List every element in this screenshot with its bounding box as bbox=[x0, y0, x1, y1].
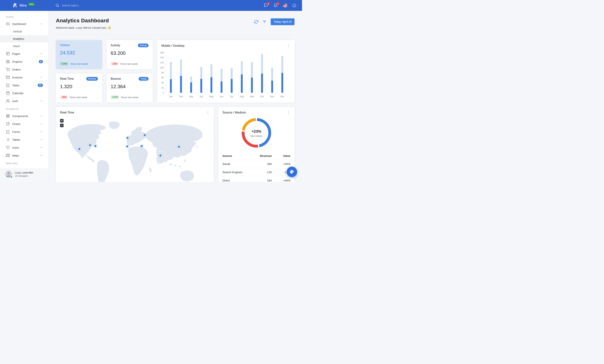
sidebar-subitem-saas[interactable]: SaaS bbox=[0, 42, 48, 50]
sidebar-item-auth[interactable]: Auth bbox=[0, 97, 48, 105]
search-input[interactable] bbox=[62, 4, 107, 7]
sidebar-subitem-analytics[interactable]: Analytics bbox=[0, 35, 48, 42]
chevron-down-icon bbox=[40, 114, 43, 117]
map-marker-spain[interactable] bbox=[125, 144, 129, 149]
chevron-down-icon bbox=[40, 130, 43, 133]
sidebar-item-pages[interactable]: Pages bbox=[0, 50, 48, 58]
filter-icon bbox=[263, 20, 266, 24]
stat-card-title: Bounce bbox=[111, 77, 121, 80]
kebab-icon bbox=[287, 44, 290, 48]
svg-text:May: May bbox=[209, 95, 214, 98]
sidebar-item-invoices[interactable]: Invoices bbox=[0, 73, 48, 81]
map-marker-china[interactable] bbox=[177, 145, 181, 149]
sidebar-item-label: Projects bbox=[12, 60, 22, 63]
stat-period-badge[interactable]: Yearly bbox=[138, 77, 149, 81]
svg-text:Jun: Jun bbox=[220, 95, 223, 98]
map-marker-turkey[interactable] bbox=[139, 144, 144, 148]
stat-footer: -18%Since last week bbox=[60, 95, 98, 99]
header-actions: Today: April 29 bbox=[254, 18, 294, 25]
language-selector[interactable] bbox=[283, 3, 287, 8]
messages-button[interactable]: 3 bbox=[264, 3, 268, 8]
value-cell: +46% bbox=[276, 176, 294, 182]
source-table-header-cell: Source bbox=[218, 152, 252, 160]
sidebar-item-label: Forms bbox=[12, 130, 20, 133]
map-marker-us-midwest[interactable] bbox=[88, 143, 92, 148]
welcome-message: Welcome back, Lucy! We've missed you. 👋 bbox=[56, 26, 111, 29]
brand[interactable]: Mira PRO bbox=[0, 3, 48, 8]
source-cell: Social bbox=[218, 160, 252, 168]
svg-text:160: 160 bbox=[160, 51, 164, 54]
chevron-down-icon bbox=[40, 146, 43, 149]
power-icon bbox=[292, 3, 296, 7]
sidebar-subitem-label: Analytics bbox=[13, 37, 24, 40]
stat-period-badge[interactable]: Annual bbox=[138, 44, 149, 47]
sidebar-item-maps[interactable]: Maps bbox=[0, 151, 48, 159]
svg-text:+23%: +23% bbox=[252, 129, 261, 133]
refresh-button[interactable] bbox=[254, 20, 258, 24]
credit-card-icon bbox=[6, 75, 10, 79]
stat-delta-badge: +27% bbox=[111, 95, 119, 99]
sidebar-item-forms[interactable]: Forms bbox=[0, 128, 48, 136]
mobile-desktop-card: Mobile / Desktop 020406080100120140160Ja… bbox=[157, 40, 294, 102]
sidebar-item-badge: 8 bbox=[39, 60, 43, 63]
logout-button[interactable] bbox=[292, 3, 297, 8]
map-zoom-out-button[interactable]: − bbox=[60, 124, 63, 127]
sidebar-item-charts[interactable]: Charts bbox=[0, 120, 48, 128]
svg-text:Aug: Aug bbox=[240, 95, 244, 98]
mira-logo-icon bbox=[12, 3, 18, 8]
user-role: UX Designer bbox=[15, 175, 33, 177]
map-marker-uk[interactable] bbox=[126, 136, 130, 140]
sidebar-item-badge: 17 bbox=[38, 84, 43, 87]
sidebar-item-label: Auth bbox=[12, 100, 18, 103]
source-menu-button[interactable] bbox=[287, 111, 290, 114]
map-marker-russia[interactable] bbox=[143, 133, 147, 137]
stat-card-title: Real-Time bbox=[60, 77, 74, 80]
sidebar-item-dashboard[interactable]: Dashboard bbox=[0, 20, 48, 28]
sliders-icon bbox=[6, 22, 10, 26]
filter-button[interactable] bbox=[263, 20, 266, 24]
chart-menu-button[interactable] bbox=[287, 44, 290, 48]
revenue-cell: 260 bbox=[252, 160, 276, 168]
date-range-button[interactable]: Today: April 29 bbox=[271, 18, 294, 25]
source-cell: Search Engines bbox=[218, 168, 252, 176]
stat-value: 1.320 bbox=[60, 84, 98, 89]
map-marker-us-east[interactable] bbox=[93, 144, 98, 148]
map-menu-button[interactable] bbox=[206, 111, 210, 114]
sidebar-item-label: Maps bbox=[12, 154, 19, 157]
top-navbar: Mira PRO 3 7 bbox=[0, 0, 302, 11]
svg-text:Mar: Mar bbox=[189, 95, 193, 98]
stat-delta-badge: +14% bbox=[60, 62, 68, 66]
brand-name: Mira bbox=[20, 3, 27, 8]
sidebar-item-projects[interactable]: Projects8 bbox=[0, 58, 48, 65]
world-map[interactable] bbox=[56, 114, 214, 182]
chevron-down-icon bbox=[40, 138, 43, 141]
table-row: Social260+35% bbox=[218, 160, 294, 168]
briefcase-icon bbox=[6, 60, 10, 63]
map-marker-us-west[interactable] bbox=[77, 147, 82, 151]
sidebar-item-icons[interactable]: Icons bbox=[0, 144, 48, 151]
sidebar-item-orders[interactable]: Orders bbox=[0, 65, 48, 73]
shopping-cart-icon bbox=[6, 68, 10, 71]
theme-customizer-button[interactable] bbox=[287, 167, 297, 177]
map-marker-india[interactable] bbox=[158, 153, 163, 158]
sidebar-subitem-default[interactable]: Default bbox=[0, 28, 48, 35]
sidebar-item-components[interactable]: Components bbox=[0, 112, 48, 120]
svg-text:Dec: Dec bbox=[280, 95, 284, 98]
sidebar-subitem-label: SaaS bbox=[13, 44, 20, 48]
stats-grid: Visitors24.532+14%Since last weekActivit… bbox=[56, 40, 153, 102]
table-row: Direct164+46% bbox=[218, 176, 294, 182]
online-status-dot bbox=[11, 176, 13, 178]
stat-period-badge[interactable]: Monthly bbox=[86, 77, 98, 81]
sidebar-user-card[interactable]: Lucy Lavender UX Designer bbox=[0, 168, 48, 182]
notifications-button[interactable]: 7 bbox=[274, 3, 278, 8]
navbar-actions: 3 7 bbox=[264, 3, 302, 8]
mobile-desktop-bar-chart: 020406080100120140160JanFebMarAprMayJunJ… bbox=[158, 49, 287, 99]
sidebar-item-tasks[interactable]: Tasks17 bbox=[0, 81, 48, 89]
sidebar-item-tables[interactable]: Tables bbox=[0, 136, 48, 144]
revenue-cell: 164 bbox=[252, 176, 276, 182]
sidebar-item-calendar[interactable]: Calendar bbox=[0, 89, 48, 97]
svg-text:Jul: Jul bbox=[230, 95, 233, 98]
svg-text:20: 20 bbox=[161, 87, 164, 89]
map-zoom-in-button[interactable]: + bbox=[60, 119, 63, 123]
svg-text:Jan: Jan bbox=[169, 95, 173, 98]
